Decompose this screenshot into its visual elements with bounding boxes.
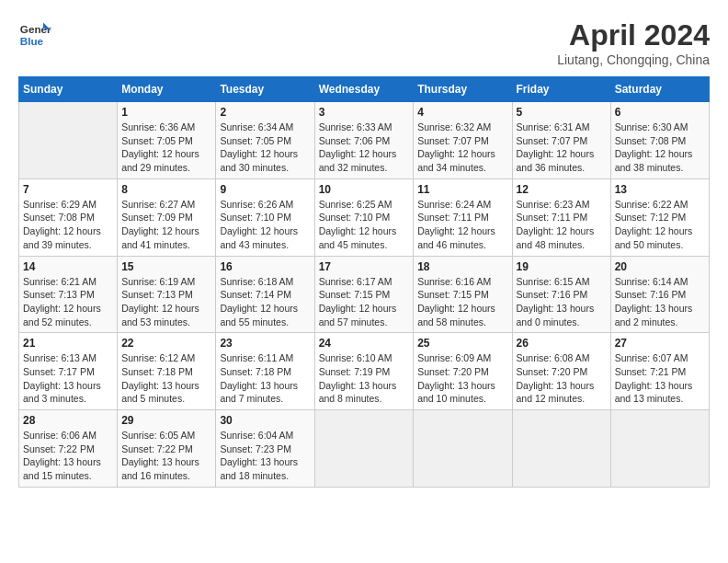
calendar-body: 1Sunrise: 6:36 AM Sunset: 7:05 PM Daylig…: [19, 102, 710, 488]
day-info: Sunrise: 6:11 AM Sunset: 7:18 PM Dayligh…: [220, 351, 310, 406]
day-info: Sunrise: 6:07 AM Sunset: 7:21 PM Dayligh…: [615, 351, 705, 406]
day-info: Sunrise: 6:05 AM Sunset: 7:22 PM Dayligh…: [121, 429, 211, 483]
day-info: Sunrise: 6:08 AM Sunset: 7:20 PM Dayligh…: [517, 351, 607, 406]
day-info: Sunrise: 6:34 AM Sunset: 7:05 PM Dayligh…: [220, 121, 310, 175]
day-info: Sunrise: 6:10 AM Sunset: 7:19 PM Dayligh…: [319, 351, 410, 406]
weekday-friday: Friday: [512, 77, 610, 102]
day-info: Sunrise: 6:26 AM Sunset: 7:10 PM Dayligh…: [220, 198, 310, 252]
day-cell: [414, 410, 512, 488]
day-cell: 8Sunrise: 6:27 AM Sunset: 7:09 PM Daylig…: [118, 178, 216, 256]
day-number: 9: [220, 183, 310, 196]
day-cell: 17Sunrise: 6:17 AM Sunset: 7:15 PM Dayli…: [314, 256, 414, 333]
weekday-saturday: Saturday: [610, 77, 709, 102]
day-info: Sunrise: 6:25 AM Sunset: 7:10 PM Dayligh…: [319, 198, 410, 252]
day-cell: 11Sunrise: 6:24 AM Sunset: 7:11 PM Dayli…: [414, 178, 512, 256]
day-number: 1: [121, 106, 211, 119]
day-cell: 12Sunrise: 6:23 AM Sunset: 7:11 PM Dayli…: [512, 178, 610, 256]
day-cell: 26Sunrise: 6:08 AM Sunset: 7:20 PM Dayli…: [512, 333, 610, 410]
day-cell: 20Sunrise: 6:14 AM Sunset: 7:16 PM Dayli…: [610, 256, 709, 333]
day-number: 15: [121, 260, 211, 273]
day-cell: 10Sunrise: 6:25 AM Sunset: 7:10 PM Dayli…: [314, 178, 414, 256]
day-info: Sunrise: 6:30 AM Sunset: 7:08 PM Dayligh…: [615, 121, 705, 175]
day-number: 18: [417, 260, 507, 273]
day-number: 6: [615, 106, 705, 119]
day-cell: 15Sunrise: 6:19 AM Sunset: 7:13 PM Dayli…: [118, 256, 216, 333]
day-number: 14: [23, 260, 113, 273]
week-row-5: 28Sunrise: 6:06 AM Sunset: 7:22 PM Dayli…: [19, 410, 710, 488]
day-info: Sunrise: 6:13 AM Sunset: 7:17 PM Dayligh…: [23, 351, 113, 406]
day-cell: [314, 410, 414, 488]
day-number: 30: [220, 414, 310, 427]
day-info: Sunrise: 6:12 AM Sunset: 7:18 PM Dayligh…: [121, 351, 211, 406]
day-number: 10: [319, 183, 410, 196]
day-info: Sunrise: 6:24 AM Sunset: 7:11 PM Dayligh…: [417, 198, 507, 252]
day-number: 13: [615, 183, 705, 196]
day-info: Sunrise: 6:36 AM Sunset: 7:05 PM Dayligh…: [121, 121, 211, 175]
day-cell: [512, 410, 610, 488]
day-info: Sunrise: 6:23 AM Sunset: 7:11 PM Dayligh…: [517, 198, 607, 252]
month-title: April 2024: [557, 18, 710, 52]
day-cell: 29Sunrise: 6:05 AM Sunset: 7:22 PM Dayli…: [118, 410, 216, 488]
day-info: Sunrise: 6:33 AM Sunset: 7:06 PM Dayligh…: [319, 121, 410, 175]
svg-text:Blue: Blue: [20, 35, 44, 47]
title-area: April 2024 Liutang, Chongqing, China: [557, 18, 710, 67]
day-number: 11: [417, 183, 507, 196]
weekday-thursday: Thursday: [414, 77, 512, 102]
day-info: Sunrise: 6:27 AM Sunset: 7:09 PM Dayligh…: [121, 198, 211, 252]
day-cell: 1Sunrise: 6:36 AM Sunset: 7:05 PM Daylig…: [118, 102, 216, 179]
day-number: 2: [220, 106, 310, 119]
day-number: 25: [417, 337, 507, 350]
page-header: General Blue April 2024 Liutang, Chongqi…: [18, 18, 710, 67]
day-number: 19: [517, 260, 607, 273]
day-number: 27: [615, 337, 705, 350]
day-cell: 25Sunrise: 6:09 AM Sunset: 7:20 PM Dayli…: [414, 333, 512, 410]
calendar-table: SundayMondayTuesdayWednesdayThursdayFrid…: [18, 76, 710, 488]
weekday-tuesday: Tuesday: [216, 77, 314, 102]
day-number: 28: [23, 414, 113, 427]
week-row-4: 21Sunrise: 6:13 AM Sunset: 7:17 PM Dayli…: [19, 333, 710, 410]
day-number: 26: [517, 337, 607, 350]
day-cell: 7Sunrise: 6:29 AM Sunset: 7:08 PM Daylig…: [19, 178, 118, 256]
day-info: Sunrise: 6:04 AM Sunset: 7:23 PM Dayligh…: [220, 429, 310, 483]
day-cell: 16Sunrise: 6:18 AM Sunset: 7:14 PM Dayli…: [216, 256, 314, 333]
weekday-wednesday: Wednesday: [314, 77, 414, 102]
week-row-1: 1Sunrise: 6:36 AM Sunset: 7:05 PM Daylig…: [19, 102, 710, 179]
day-number: 4: [417, 106, 507, 119]
day-info: Sunrise: 6:22 AM Sunset: 7:12 PM Dayligh…: [615, 198, 705, 252]
day-info: Sunrise: 6:21 AM Sunset: 7:13 PM Dayligh…: [23, 275, 113, 329]
day-number: 22: [121, 337, 211, 350]
day-number: 3: [319, 106, 410, 119]
weekday-monday: Monday: [118, 77, 216, 102]
day-info: Sunrise: 6:15 AM Sunset: 7:16 PM Dayligh…: [517, 275, 607, 329]
day-number: 12: [517, 183, 607, 196]
day-cell: 22Sunrise: 6:12 AM Sunset: 7:18 PM Dayli…: [118, 333, 216, 410]
week-row-3: 14Sunrise: 6:21 AM Sunset: 7:13 PM Dayli…: [19, 256, 710, 333]
weekday-sunday: Sunday: [19, 77, 118, 102]
day-number: 23: [220, 337, 310, 350]
day-cell: [610, 410, 709, 488]
day-number: 8: [121, 183, 211, 196]
day-info: Sunrise: 6:31 AM Sunset: 7:07 PM Dayligh…: [517, 121, 607, 175]
day-number: 29: [121, 414, 211, 427]
day-cell: 19Sunrise: 6:15 AM Sunset: 7:16 PM Dayli…: [512, 256, 610, 333]
logo-icon: General Blue: [18, 18, 51, 52]
day-cell: 13Sunrise: 6:22 AM Sunset: 7:12 PM Dayli…: [610, 178, 709, 256]
day-cell: 5Sunrise: 6:31 AM Sunset: 7:07 PM Daylig…: [512, 102, 610, 179]
day-info: Sunrise: 6:29 AM Sunset: 7:08 PM Dayligh…: [23, 198, 113, 252]
week-row-2: 7Sunrise: 6:29 AM Sunset: 7:08 PM Daylig…: [19, 178, 710, 256]
day-number: 21: [23, 337, 113, 350]
day-number: 17: [319, 260, 410, 273]
day-info: Sunrise: 6:06 AM Sunset: 7:22 PM Dayligh…: [23, 429, 113, 483]
day-cell: 23Sunrise: 6:11 AM Sunset: 7:18 PM Dayli…: [216, 333, 314, 410]
day-cell: 24Sunrise: 6:10 AM Sunset: 7:19 PM Dayli…: [314, 333, 414, 410]
day-info: Sunrise: 6:09 AM Sunset: 7:20 PM Dayligh…: [417, 351, 507, 406]
day-cell: 6Sunrise: 6:30 AM Sunset: 7:08 PM Daylig…: [610, 102, 709, 179]
day-info: Sunrise: 6:14 AM Sunset: 7:16 PM Dayligh…: [615, 275, 705, 329]
day-info: Sunrise: 6:17 AM Sunset: 7:15 PM Dayligh…: [319, 275, 410, 329]
day-cell: 30Sunrise: 6:04 AM Sunset: 7:23 PM Dayli…: [216, 410, 314, 488]
day-number: 5: [517, 106, 607, 119]
day-info: Sunrise: 6:16 AM Sunset: 7:15 PM Dayligh…: [417, 275, 507, 329]
day-info: Sunrise: 6:18 AM Sunset: 7:14 PM Dayligh…: [220, 275, 310, 329]
day-cell: 3Sunrise: 6:33 AM Sunset: 7:06 PM Daylig…: [314, 102, 414, 179]
day-cell: 18Sunrise: 6:16 AM Sunset: 7:15 PM Dayli…: [414, 256, 512, 333]
